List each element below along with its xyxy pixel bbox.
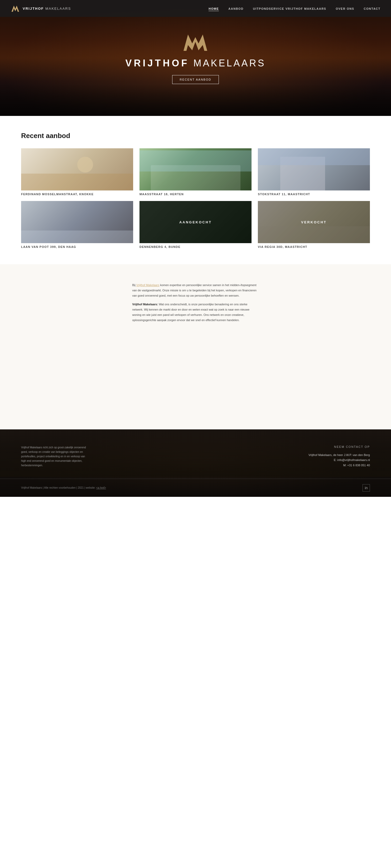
spacer-section	[0, 345, 391, 429]
property-image-6[interactable]: VERKOCHT	[258, 201, 370, 243]
property-label-3: STOKSTRAAT 11, MAASTRICHT	[258, 192, 370, 196]
nav-item-home[interactable]: HOME	[208, 6, 219, 11]
about-paragraph-1: Bij Vrijthof Makelaars komen expertise e…	[132, 283, 259, 298]
property-image-4[interactable]	[21, 201, 133, 243]
nav-link-aanbod[interactable]: AANBOD	[228, 7, 243, 10]
footer-right: NEEM CONTACT OP Vrijthof Makelaars, de h…	[308, 445, 370, 468]
about-paragraph-2: Vrijthof Makelaars: Wat ons onderscheidt…	[132, 302, 259, 323]
footer-contact-name: Vrijthof Makelaars, de heer J.W.P. van d…	[308, 453, 370, 458]
property-label-4: LAAN VAN POOT 399, DEN HAAG	[21, 245, 133, 248]
nav-item-over-ons[interactable]: OVER ONS	[336, 6, 354, 11]
property-overlay-5: AANGEKOCHT	[139, 201, 252, 243]
footer-contact-phone: M: +31 6 838 051 40	[308, 463, 370, 468]
nav-logo[interactable]: VRIJTHOF MAKELAARS	[10, 4, 71, 13]
property-overlay-6: VERKOCHT	[258, 201, 370, 243]
nav-link-home[interactable]: HOME	[208, 7, 219, 11]
footer-contact-title: NEEM CONTACT OP	[308, 445, 370, 448]
linkedin-icon: in	[365, 486, 368, 490]
logo-icon	[10, 4, 20, 13]
footer-contact-info: Vrijthof Makelaars, de heer J.W.P. van d…	[308, 453, 370, 468]
properties-grid: FERDINAND MOSSELMANSTRAAT, KNOKKE MAASST…	[21, 148, 370, 248]
nav-link-uitpondservice[interactable]: UITPONDSERVICE VRIJTHOF MAKELAARS	[253, 7, 327, 10]
property-card-1[interactable]: FERDINAND MOSSELMANSTRAAT, KNOKKE	[21, 148, 133, 196]
nav-brand-text: VRIJTHOF MAKELAARS	[23, 7, 71, 10]
property-card-4[interactable]: LAAN VAN POOT 399, DEN HAAG	[21, 201, 133, 248]
recent-section-title: Recent aanbod	[21, 132, 370, 140]
property-image-2[interactable]	[139, 148, 252, 190]
property-card-3[interactable]: STOKSTRAAT 11, MAASTRICHT	[258, 148, 370, 196]
footer-inner: Vrijthof Makelaars richt zich op groot-z…	[0, 429, 391, 479]
property-image-3[interactable]	[258, 148, 370, 190]
property-card-2[interactable]: MAASSTRAAT 18, HERTEN	[139, 148, 252, 196]
property-label-6: VIA REGIA 30D, MAASTRICHT	[258, 245, 370, 248]
property-label-2: MAASSTRAAT 18, HERTEN	[139, 192, 252, 196]
nav-link-contact[interactable]: CONTACT	[364, 7, 381, 10]
footer-about-text: Vrijthof Makelaars richt zich op groot-z…	[21, 445, 90, 468]
hero-section: VRIJTHOF MAKELAARS Recent aanbod	[0, 0, 391, 116]
footer-website-link[interactable]: <a href>	[96, 486, 106, 489]
about-brand-label: Vrijthof Makelaars:	[132, 303, 158, 306]
hero-content: VRIJTHOF MAKELAARS Recent aanbod	[125, 32, 266, 84]
footer: Vrijthof Makelaars richt zich op groot-z…	[0, 429, 391, 497]
hero-title: VRIJTHOF MAKELAARS	[125, 58, 266, 69]
footer-bottom: Vrijthof Makelaars | Alle rechten voorbe…	[0, 479, 391, 497]
about-section: Bij Vrijthof Makelaars komen expertise e…	[0, 264, 391, 345]
property-image-5[interactable]: AANGEKOCHT	[139, 201, 252, 243]
svg-marker-0	[11, 5, 19, 11]
recent-section: Recent aanbod FERDINAND MOSSELMANSTRAAT,…	[0, 116, 391, 264]
nav-item-contact[interactable]: CONTACT	[364, 6, 381, 11]
svg-marker-1	[184, 34, 207, 51]
property-overlay-text-6: VERKOCHT	[301, 220, 327, 224]
footer-copyright: Vrijthof Makelaars | Alle rechten voorbe…	[21, 486, 106, 489]
about-link-vrijthof[interactable]: Vrijthof Makelaars	[136, 283, 160, 287]
property-card-5[interactable]: AANGEKOCHT DENNENBERG 4, BUNDE	[139, 201, 252, 248]
property-overlay-text-5: AANGEKOCHT	[179, 220, 212, 224]
linkedin-button[interactable]: in	[363, 484, 370, 492]
property-card-6[interactable]: VERKOCHT VIA REGIA 30D, MAASTRICHT	[258, 201, 370, 248]
nav-links: HOME AANBOD UITPONDSERVICE VRIJTHOF MAKE…	[208, 6, 381, 11]
property-label-1: FERDINAND MOSSELMANSTRAAT, KNOKKE	[21, 192, 133, 196]
hero-cta-button[interactable]: Recent aanbod	[172, 75, 219, 84]
nav-item-aanbod[interactable]: AANBOD	[228, 6, 243, 11]
property-image-1[interactable]	[21, 148, 133, 190]
property-label-5: DENNENBERG 4, BUNDE	[139, 245, 252, 248]
footer-left: Vrijthof Makelaars richt zich op groot-z…	[21, 445, 90, 468]
navbar: VRIJTHOF MAKELAARS HOME AANBOD UITPONDSE…	[0, 0, 391, 17]
hero-logo-svg	[182, 32, 208, 53]
nav-link-over-ons[interactable]: OVER ONS	[336, 7, 354, 10]
nav-item-uitpondservice[interactable]: UITPONDSERVICE VRIJTHOF MAKELAARS	[253, 6, 327, 11]
footer-contact-email[interactable]: E: info@vrijthofmakelaars.nl	[308, 458, 370, 463]
about-content: Bij Vrijthof Makelaars komen expertise e…	[132, 283, 259, 327]
